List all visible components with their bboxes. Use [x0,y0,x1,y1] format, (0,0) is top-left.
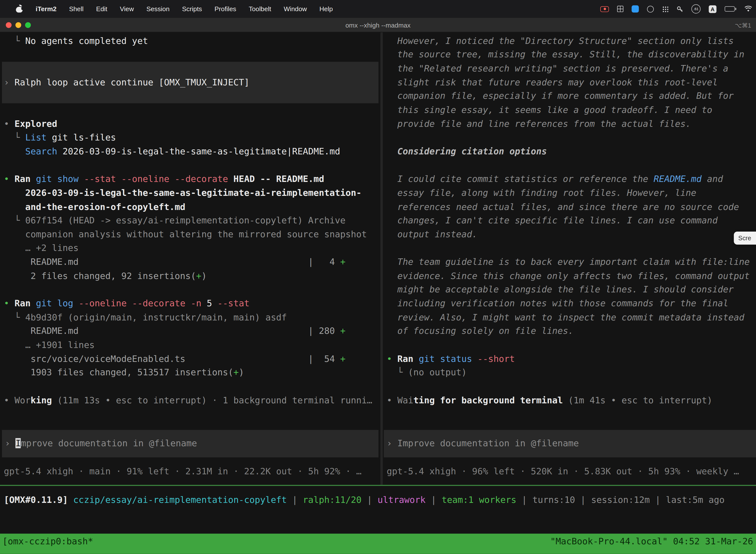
terminal-line: companion file, especially if more comme… [387,89,734,103]
left-prompt-box[interactable]: › Improve documentation in @filename [2,430,378,457]
text-segment: session:12m [591,494,650,505]
text-segment: might be acceptable alongside the file l… [387,284,734,295]
text-segment: | [516,494,532,505]
menu-item-toolbelt[interactable]: Toolbelt [243,5,277,12]
text-segment: references need actual files, and since … [387,202,739,212]
text-segment: • [4,174,15,184]
text-segment: essay file, along with finding root file… [387,188,696,198]
text-segment [4,202,25,212]
apple-icon [16,4,22,12]
text-segment: (no output) [408,367,467,378]
menu-bar: iTerm2 Shell Edit View Session Scripts P… [0,0,756,18]
text-segment: └ [4,36,25,46]
text-segment: (11m 13s • esc to interrupt) · 1 backgro… [52,395,372,405]
menu-item-profiles[interactable]: Profiles [208,5,243,12]
terminal-line: › Ralph loop active continue [OMX_TMUX_I… [4,75,250,89]
menu-item-window[interactable]: Window [277,5,313,12]
menu-bar-status-icons: .61 A [600,0,752,18]
menu-item-edit[interactable]: Edit [90,5,114,12]
screen-sharing-popup[interactable]: Scre [734,232,756,244]
menu-item-shell[interactable]: Shell [63,5,90,12]
key-icon[interactable] [676,5,683,12]
text-segment: 2026-03-09-is-legal-the-same-as-legitima… [25,188,362,198]
terminal-line: … +1901 lines [4,338,95,352]
text-segment: Ran [15,298,31,309]
text-segment: + [340,353,345,364]
menu-item-view[interactable]: View [114,5,140,12]
wifi-icon[interactable] [744,6,752,12]
terminal-line: Search 2026-03-09-is-legal-the-same-as-l… [4,145,340,159]
menu-item-scripts[interactable]: Scripts [176,5,208,12]
text-segment: slight risk that future readers may over… [387,77,717,87]
text-segment: mprove documentation in @filename [21,438,197,448]
text-segment [4,188,25,198]
terminal-line: … +2 lines [4,241,79,256]
text-segment: the source tree, missing the essay. Stil… [387,49,744,60]
round-app-icon[interactable] [647,5,654,12]
text-segment: + [233,367,239,378]
text-segment: companion analysis without altering the … [4,229,367,239]
left-status-line: gpt-5.4 xhigh · main · 91% left · 2.31M … [4,465,362,479]
terminal-line: might be acceptable alongside the file l… [387,283,734,297]
text-segment: 2026-03-09-is-legal-the-same-as-legitima… [57,146,340,156]
right-prompt-box[interactable]: › Improve documentation in @filename [384,430,756,457]
terminal-line: 2 files changed, 92 insertions(+) [4,269,207,283]
pane-divider[interactable] [380,32,383,485]
text-segment: … +1901 lines [4,340,95,350]
tmux-status-bar: [omx-cczip0:bash* "MacBook-Pro-44.local"… [0,534,756,554]
text-segment: I could cite commit statistics or refere… [387,174,653,184]
menu-item-session[interactable]: Session [140,5,176,12]
text-segment: No agents completed yet [25,36,148,46]
screen-recording-icon[interactable] [600,6,609,12]
right-prompt-input[interactable]: › Improve documentation in @filename [387,437,579,450]
terminal-line: Considering citation options [387,145,547,159]
terminal-line: this single essay, it seems like a good … [387,103,712,117]
text-segment: + [340,257,345,267]
terminal-line: • Ran git status --short [387,352,515,366]
screen: iTerm2 Shell Edit View Session Scripts P… [0,0,756,554]
terminal-line: the source tree, missing the essay. Stil… [387,48,744,62]
right-status-line: gpt-5.4 xhigh · 96% left · 520K in · 5.8… [387,465,739,479]
omx-status-line: [OMX#0.11.9] cczip/essay/ai-reimplementa… [4,493,725,507]
text-segment: 067f154 (HEAD -> essay/ai-reimplementati… [25,215,345,225]
text-segment: + [340,326,345,336]
battery-icon[interactable] [725,6,737,11]
text-segment: (1m 41s • esc to interrupt) [563,395,712,405]
text-segment: › [5,438,15,448]
text-segment: + [196,271,201,281]
text-segment: --oneline --decorate -n [79,298,201,309]
input-source-icon[interactable]: A [709,5,716,13]
text-segment: ) [201,271,207,281]
text-segment [472,353,478,364]
terminal-line: 2026-03-09-is-legal-the-same-as-legitima… [4,186,362,200]
terminal-line: However, I noticed the "Directory Struct… [387,34,734,48]
text-segment: … +2 lines [4,243,79,253]
terminal-line: review. Also, I might want to inspect th… [387,311,744,324]
text-segment: README.md | 280 [4,326,340,336]
terminal-line: companion analysis without altering the … [4,228,367,241]
text-segment: and [702,174,723,184]
grid-app-icon[interactable] [617,6,623,12]
text-segment [73,298,79,309]
text-segment: Ran [397,353,414,364]
terminal-line: I could cite commit statistics or refere… [387,172,723,186]
title-bar: omx --xhigh --madmax ⌥⌘1 [0,18,756,32]
text-segment: ralph:11/20 [303,494,362,505]
text-segment: cczip/essay/ai-reimplementation-copyleft [73,494,287,505]
terminal-line: └ List git ls-files [4,131,116,145]
battery-percent-badge[interactable]: .61 [692,4,701,13]
menu-item-iterm2[interactable]: iTerm2 [29,5,63,12]
terminal-line: • Working (11m 13s • esc to interrupt) ·… [4,394,372,407]
apple-menu[interactable] [10,4,29,14]
text-segment: and-the-erosion-of-copyleft.md [25,202,186,212]
text-segment: └ [4,215,25,225]
terminal-line: └ 067f154 (HEAD -> essay/ai-reimplementa… [4,214,345,228]
terminal-line: • Ran git show --stat --oneline --decora… [4,172,324,186]
terminal-line: of focusing solely on file lines. [387,324,573,338]
blue-app-icon[interactable] [631,5,639,12]
text-segment [4,146,25,156]
text-segment: provide file and line references from th… [387,118,691,128]
dots-grid-icon[interactable] [662,6,668,12]
menu-item-help[interactable]: Help [313,5,339,12]
left-prompt-input[interactable]: › Improve documentation in @filename [5,437,197,450]
